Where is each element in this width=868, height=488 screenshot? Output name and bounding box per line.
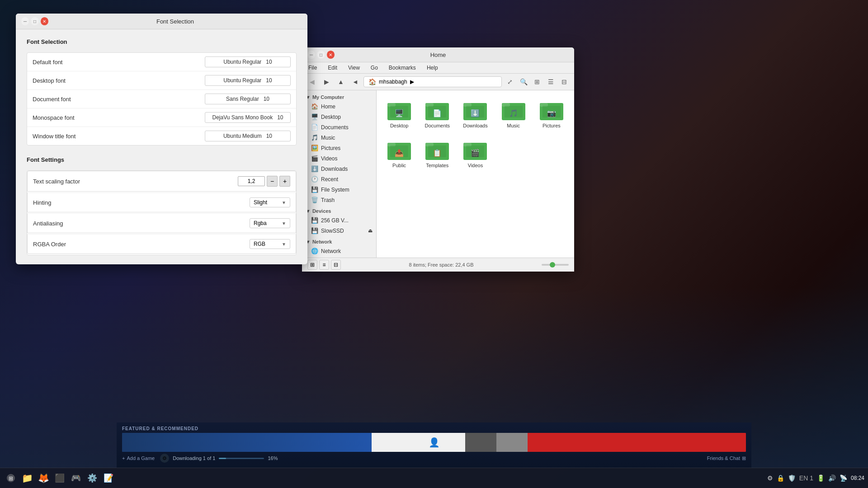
desktop-font-value[interactable]: Ubuntu Regular 10: [205, 75, 291, 86]
window-title-font-value[interactable]: Ubuntu Medium 10: [205, 131, 291, 141]
fm-menu-help[interactable]: Help: [424, 64, 441, 72]
fm-zoom-slider[interactable]: [542, 264, 569, 266]
tray-steam-icon[interactable]: ⚙: [767, 474, 773, 482]
fm-sidebar-header-devices[interactable]: ▼ Devices: [302, 207, 376, 215]
taskbar-settings-icon[interactable]: ⚙️: [85, 471, 99, 485]
steam-bar: FEATURED & RECOMMENDED 👤 + Add a Game ⚙ …: [117, 422, 751, 468]
folder-documents-icon: 📄: [425, 99, 449, 120]
scaling-decrease-button[interactable]: −: [267, 176, 278, 187]
fm-list-view-button[interactable]: ☰: [544, 75, 557, 88]
default-font-value[interactable]: Ubuntu Regular 10: [205, 56, 291, 67]
svg-text:📷: 📷: [547, 109, 556, 117]
taskbar-time: 08:24: [851, 475, 864, 481]
taskbar-terminal-icon[interactable]: ⬛: [52, 471, 67, 485]
sidebar-item-network[interactable]: 🌐 Network: [302, 246, 376, 256]
sidebar-item-256gb[interactable]: 💾 256 GB V...: [302, 215, 376, 225]
sidebar-item-home[interactable]: 🏠 Home: [302, 101, 376, 112]
fm-item-music[interactable]: 🎵 Music: [496, 96, 531, 132]
fm-status-btn-2[interactable]: ≡: [319, 260, 329, 270]
fm-status-btn-1[interactable]: ⊞: [307, 260, 317, 270]
steam-banner[interactable]: 👤: [122, 433, 746, 452]
fm-back-button[interactable]: ◀: [306, 75, 318, 88]
tray-network-icon[interactable]: 📡: [840, 474, 847, 482]
fm-item-videos[interactable]: 🎬 Videos: [458, 136, 492, 172]
taskbar-start-icon[interactable]: ⊞: [4, 471, 18, 485]
sidebar-item-desktop[interactable]: 🖥️ Desktop: [302, 112, 376, 122]
tray-battery-icon[interactable]: 🔋: [817, 474, 825, 482]
steam-progress-bar: [219, 458, 264, 459]
fm-shrink-button[interactable]: ⤢: [504, 75, 516, 88]
folder-videos-icon: 🎬: [463, 139, 487, 160]
fm-search-button[interactable]: 🔍: [517, 75, 530, 88]
fm-zoom-handle[interactable]: [550, 262, 555, 267]
document-font-value[interactable]: Sans Regular 10: [205, 94, 291, 104]
fm-sidebar-header-my-computer[interactable]: ▼ My Computer: [302, 93, 376, 101]
fm-up-button[interactable]: ▲: [335, 75, 347, 88]
minimize-button[interactable]: ─: [21, 17, 29, 25]
fm-sidebar-devices: ▼ Devices 💾 256 GB V... 💾 SlowSSD ⏏: [302, 207, 376, 236]
fm-menu-file[interactable]: File: [306, 64, 320, 72]
tray-lock-icon[interactable]: 🔒: [777, 474, 784, 482]
fm-item-desktop[interactable]: 🖥️ Desktop: [382, 96, 416, 132]
antialiasing-dropdown[interactable]: Rgba ▼: [250, 218, 290, 228]
fm-item-templates[interactable]: 📋 Templates: [420, 136, 454, 172]
steam-friends-label: Friends & Chat: [707, 455, 740, 461]
monospace-font-value[interactable]: DejaVu Sans Mono Book 10: [205, 112, 291, 123]
sidebar-item-slowssd[interactable]: 💾 SlowSSD ⏏: [302, 225, 376, 236]
taskbar-notes-icon[interactable]: 📝: [101, 471, 116, 485]
fm-compact-view-button[interactable]: ⊟: [558, 75, 571, 88]
sidebar-item-documents[interactable]: 📄 Documents: [302, 122, 376, 132]
sidebar-item-filesystem[interactable]: 💾 File System: [302, 184, 376, 195]
filesystem-icon: 💾: [311, 186, 318, 193]
fm-sidebar-header-network[interactable]: ▼ Network: [302, 238, 376, 246]
taskbar-files-icon[interactable]: 📁: [20, 471, 34, 485]
tray-volume-icon[interactable]: 🔊: [828, 474, 836, 482]
fm-toolbar-actions: ⤢ 🔍 ⊞ ☰ ⊟: [504, 75, 571, 88]
font-window-titlebar: ─ □ ✕ Font Selection: [16, 14, 307, 29]
fm-minimize-button[interactable]: ─: [307, 51, 315, 59]
close-button[interactable]: ✕: [41, 17, 48, 25]
fm-menu-bookmarks[interactable]: Bookmarks: [386, 64, 419, 72]
fm-menu-view[interactable]: View: [345, 64, 363, 72]
fm-menu-edit[interactable]: Edit: [325, 64, 340, 72]
sidebar-item-videos[interactable]: 🎬 Videos: [302, 153, 376, 164]
scaling-input[interactable]: [238, 176, 265, 186]
scaling-increase-button[interactable]: +: [279, 176, 290, 187]
fm-menu-go[interactable]: Go: [368, 64, 381, 72]
fm-item-documents[interactable]: 📄 Documents: [420, 96, 454, 132]
sidebar-item-pictures[interactable]: 🖼️ Pictures: [302, 143, 376, 153]
eject-icon[interactable]: ⏏: [368, 228, 373, 234]
sidebar-item-music[interactable]: 🎵 Music: [302, 132, 376, 143]
fm-grid-view-button[interactable]: ⊞: [531, 75, 543, 88]
steam-friends[interactable]: Friends & Chat ⊞: [707, 455, 746, 461]
taskbar-steam-icon[interactable]: 🎮: [69, 471, 83, 485]
fm-status-btn-3[interactable]: ⊟: [331, 260, 341, 270]
svg-text:🎬: 🎬: [471, 149, 480, 157]
taskbar-firefox-icon[interactable]: 🦊: [36, 471, 51, 485]
fm-item-pictures[interactable]: 📷 Pictures: [534, 96, 569, 132]
rgba-dropdown[interactable]: RGB ▼: [250, 239, 290, 249]
font-row-window-title: Window title font Ubuntu Medium 10: [27, 127, 296, 145]
maximize-button[interactable]: □: [31, 17, 38, 25]
fm-path-text: mhsabbagh: [379, 79, 407, 85]
scaling-control: − +: [238, 176, 290, 187]
sidebar-item-downloads[interactable]: ⬇️ Downloads: [302, 164, 376, 174]
steam-add-game[interactable]: + Add a Game: [122, 455, 155, 461]
fm-titlebar: ─ □ ✕ Home: [302, 47, 574, 62]
svg-text:⬇️: ⬇️: [471, 109, 480, 117]
folder-templates-icon: 📋: [425, 139, 449, 160]
fm-prev-button[interactable]: ◄: [349, 75, 362, 88]
tray-keyboard-icon[interactable]: EN 1: [799, 474, 813, 482]
hinting-dropdown[interactable]: Slight ▼: [250, 197, 290, 207]
font-window-title: Font Selection: [48, 18, 302, 25]
fm-forward-button[interactable]: ▶: [320, 75, 333, 88]
fm-close-button[interactable]: ✕: [327, 51, 335, 59]
fm-item-public[interactable]: 📤 Public: [382, 136, 416, 172]
fm-maximize-button[interactable]: □: [317, 51, 325, 59]
folder-desktop-icon: 🖥️: [387, 99, 411, 120]
fm-item-downloads[interactable]: ⬇️ Downloads: [458, 96, 492, 132]
tray-shield-icon[interactable]: 🛡️: [788, 474, 796, 482]
sidebar-item-recent[interactable]: 🕐 Recent: [302, 174, 376, 184]
folder-music-icon: 🎵: [502, 99, 525, 120]
sidebar-item-trash[interactable]: 🗑️ Trash: [302, 195, 376, 205]
